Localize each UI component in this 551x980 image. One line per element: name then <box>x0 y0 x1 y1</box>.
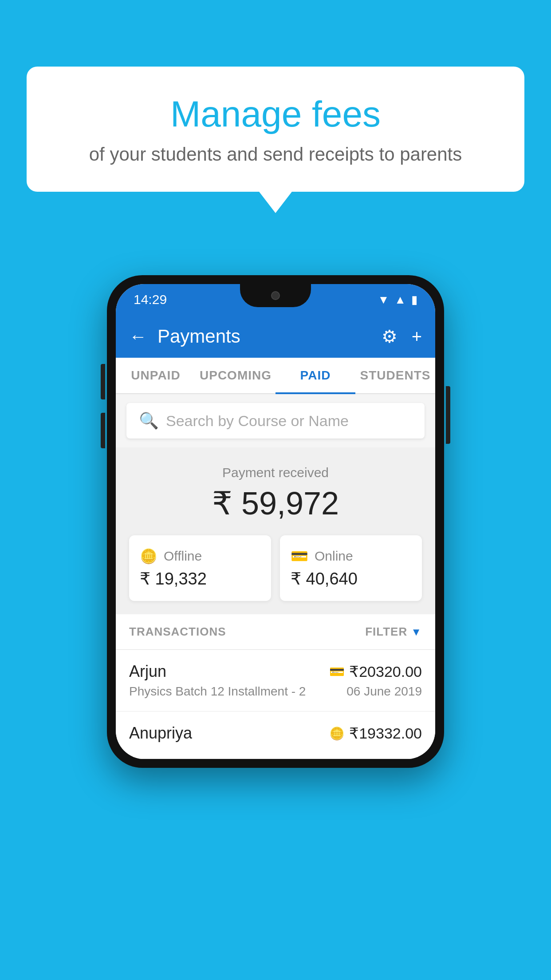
cash-icon: 🪙 <box>140 548 157 565</box>
payment-cash-icon: 🪙 <box>329 726 345 741</box>
search-icon: 🔍 <box>139 411 159 430</box>
search-container: 🔍 Search by Course or Name <box>116 394 435 447</box>
status-icons: ▼ ▲ ▮ <box>378 293 417 307</box>
transaction-top: Arjun 💳 ₹20320.00 <box>129 662 422 681</box>
transaction-name: Arjun <box>129 662 166 681</box>
payment-card-icon: 💳 <box>329 664 345 679</box>
transaction-amount-container: 🪙 ₹19332.00 <box>329 724 422 742</box>
side-button-vol-down <box>101 413 105 448</box>
speech-bubble-container: Manage fees of your students and send re… <box>27 67 524 192</box>
add-icon[interactable]: + <box>412 327 422 347</box>
side-button-vol-up <box>101 364 105 399</box>
transaction-amount: ₹20320.00 <box>349 663 422 680</box>
camera <box>271 291 280 300</box>
transaction-name: Anupriya <box>129 724 192 743</box>
side-button-power <box>446 386 450 444</box>
transactions-label: TRANSACTIONS <box>129 625 226 639</box>
online-amount: ₹ 40,640 <box>291 569 411 589</box>
transaction-top: Anupriya 🪙 ₹19332.00 <box>129 724 422 743</box>
payment-amount: ₹ 59,972 <box>129 485 422 522</box>
payment-label: Payment received <box>129 465 422 480</box>
payment-cards: 🪙 Offline ₹ 19,332 💳 Online ₹ 40,640 <box>129 535 422 601</box>
offline-type: Offline <box>164 549 202 564</box>
phone-screen: 14:29 ▼ ▲ ▮ ← Payments ⚙ + UNPAID <box>116 284 435 759</box>
online-type: Online <box>315 549 353 564</box>
online-card: 💳 Online ₹ 40,640 <box>280 535 422 601</box>
app-bar: ← Payments ⚙ + <box>116 315 435 358</box>
filter-button[interactable]: FILTER ▼ <box>365 625 422 639</box>
transaction-bottom: Physics Batch 12 Installment - 2 06 June… <box>129 684 422 699</box>
signal-icon: ▲ <box>394 293 406 307</box>
search-bar[interactable]: 🔍 Search by Course or Name <box>126 403 425 439</box>
transaction-desc: Physics Batch 12 Installment - 2 <box>129 684 306 699</box>
payment-received-section: Payment received ₹ 59,972 🪙 Offline ₹ 19… <box>116 447 435 614</box>
wifi-icon: ▼ <box>378 293 390 307</box>
tabs: UNPAID UPCOMING PAID STUDENTS <box>116 358 435 394</box>
offline-card-header: 🪙 Offline <box>140 548 260 565</box>
transaction-row: Arjun 💳 ₹20320.00 Physics Batch 12 Insta… <box>116 650 435 711</box>
bubble-subtitle: of your students and send receipts to pa… <box>62 144 489 165</box>
transaction-date: 06 June 2019 <box>346 684 422 699</box>
app-bar-actions: ⚙ + <box>382 326 422 347</box>
bubble-title: Manage fees <box>62 93 489 135</box>
tab-students[interactable]: STUDENTS <box>355 358 435 393</box>
status-time: 14:29 <box>134 292 167 307</box>
card-icon: 💳 <box>291 548 308 565</box>
back-button[interactable]: ← <box>129 327 147 347</box>
page-title: Payments <box>157 326 371 347</box>
settings-icon[interactable]: ⚙ <box>382 326 398 347</box>
transaction-amount: ₹19332.00 <box>349 724 422 742</box>
transaction-amount-container: 💳 ₹20320.00 <box>329 663 422 680</box>
status-bar: 14:29 ▼ ▲ ▮ <box>116 284 435 315</box>
offline-amount: ₹ 19,332 <box>140 569 260 589</box>
speech-bubble: Manage fees of your students and send re… <box>27 67 524 192</box>
battery-icon: ▮ <box>411 293 417 307</box>
tab-paid[interactable]: PAID <box>276 358 355 393</box>
offline-card: 🪙 Offline ₹ 19,332 <box>129 535 271 601</box>
transactions-header: TRANSACTIONS FILTER ▼ <box>116 614 435 650</box>
online-card-header: 💳 Online <box>291 548 411 565</box>
tab-upcoming[interactable]: UPCOMING <box>196 358 276 393</box>
filter-icon: ▼ <box>411 626 422 638</box>
search-input[interactable]: Search by Course or Name <box>166 412 349 430</box>
tab-unpaid[interactable]: UNPAID <box>116 358 196 393</box>
phone-frame: 14:29 ▼ ▲ ▮ ← Payments ⚙ + UNPAID <box>107 275 444 768</box>
notch <box>240 284 311 307</box>
transaction-row: Anupriya 🪙 ₹19332.00 <box>116 711 435 759</box>
